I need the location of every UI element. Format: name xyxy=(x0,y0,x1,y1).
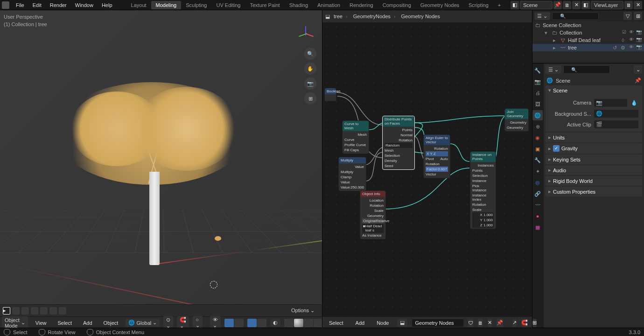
node-users-icon[interactable]: 🗎 xyxy=(478,319,483,327)
material-shading-icon[interactable] xyxy=(304,319,313,327)
tab-material-icon[interactable]: ● xyxy=(532,211,543,221)
eyedropper-icon[interactable]: 💧 xyxy=(630,98,638,107)
layer-browse-icon[interactable]: ◧ xyxy=(581,1,590,9)
pin-icon[interactable]: 📌 xyxy=(635,77,641,84)
outliner-scene-collection[interactable]: 🗀 Scene Collection xyxy=(532,21,644,29)
tab-add-workspace[interactable]: + xyxy=(493,1,505,9)
node-overlay-icon[interactable]: ⊞ xyxy=(532,319,537,327)
node-snap-icon[interactable]: 🧲 xyxy=(521,319,528,327)
object-menu[interactable]: Object xyxy=(100,319,122,327)
camera-view-icon[interactable]: 📷 xyxy=(304,77,316,90)
zoom-icon[interactable]: 🔍 xyxy=(304,48,316,60)
layer-delete-icon[interactable]: ✕ xyxy=(634,1,642,9)
perspective-toggle-icon[interactable]: ⊞ xyxy=(304,92,316,105)
gizmo-toggles[interactable] xyxy=(224,319,244,327)
tab-texture-icon[interactable]: ▦ xyxy=(532,222,543,232)
menu-help[interactable]: Help xyxy=(98,1,116,9)
panel-keying-sets[interactable]: ▸Keying Sets xyxy=(546,154,642,164)
scene-new-icon[interactable]: 🗎 xyxy=(563,1,571,9)
outliner-display-mode[interactable]: ☰ ⌄ xyxy=(534,12,550,20)
tab-compositing[interactable]: Compositing xyxy=(378,1,416,9)
panel-gravity[interactable]: ▸✓Gravity xyxy=(546,143,642,154)
3d-viewport[interactable]: User Perspective (1) Collection | tree 🔍… xyxy=(0,10,322,329)
geometry-node-editor[interactable]: ⬓ tree GeometryNodes Geometry Nodes xyxy=(322,10,532,329)
editor-type-icon[interactable]: ⬓ xyxy=(325,14,330,20)
chevron-right-icon[interactable]: ▸ xyxy=(551,44,558,51)
tab-layout[interactable]: Layout xyxy=(126,1,151,9)
camera-icon[interactable]: 📷 xyxy=(636,44,642,51)
tab-render-icon[interactable]: 📷 xyxy=(532,77,543,87)
panel-rigid-body[interactable]: ▸Rigid Body World xyxy=(546,176,642,186)
view-menu[interactable]: View xyxy=(32,319,50,327)
chevron-right-icon[interactable]: ▸ xyxy=(551,37,558,43)
camera-field[interactable]: 📷 xyxy=(594,99,627,107)
blender-logo-icon[interactable] xyxy=(2,1,9,9)
tab-collection-icon[interactable]: ◉ xyxy=(532,133,543,143)
outliner-new-collection-icon[interactable]: ⊞ xyxy=(634,12,642,20)
eye-icon[interactable]: 👁 xyxy=(628,37,635,43)
tab-modeling[interactable]: Modeling xyxy=(151,1,182,9)
tab-uv-editing[interactable]: UV Editing xyxy=(211,1,245,9)
props-search-input[interactable] xyxy=(563,65,610,74)
eye-icon[interactable]: 👁 xyxy=(628,44,635,51)
outliner-item-tree[interactable]: ▸ 〰 tree ↺ ⚙ 👁📷 xyxy=(532,44,644,51)
panel-custom-props[interactable]: ▸Custom Properties xyxy=(546,187,642,196)
menu-render[interactable]: Render xyxy=(46,1,70,9)
node-group-name-field[interactable]: Geometry Nodes xyxy=(412,319,463,327)
menu-file[interactable]: File xyxy=(12,1,28,9)
tab-object-icon[interactable]: ▣ xyxy=(532,144,543,154)
props-options-icon[interactable]: ⌄ xyxy=(634,65,642,74)
panel-audio[interactable]: ▸Audio xyxy=(546,165,642,175)
node-object-info[interactable]: Object Info Location Rotation Scale Geom… xyxy=(360,190,386,239)
node-add-menu[interactable]: Add xyxy=(352,319,369,327)
breadcrumb-object[interactable]: tree xyxy=(334,14,350,19)
tab-texture-paint[interactable]: Texture Paint xyxy=(245,1,284,9)
view-layer-field[interactable]: ViewLayer xyxy=(591,1,623,9)
menu-edit[interactable]: Edit xyxy=(29,1,45,9)
tab-scripting[interactable]: Scripting xyxy=(464,1,493,9)
tab-rendering[interactable]: Rendering xyxy=(345,1,378,9)
extra-select-icon-2[interactable] xyxy=(59,307,66,315)
outliner-search-input[interactable] xyxy=(552,12,599,20)
solid-shading-icon[interactable] xyxy=(294,319,303,327)
scene-browse-icon[interactable]: ◧ xyxy=(511,1,519,9)
props-display-icon[interactable]: ☰ ⌄ xyxy=(546,65,561,74)
node-select-menu[interactable]: Select xyxy=(325,319,347,327)
tab-tool-icon[interactable]: 🔧 xyxy=(532,65,543,76)
node-distribute-points[interactable]: Distribute Points on Faces Points Normal… xyxy=(382,116,415,170)
gravity-checkbox[interactable]: ✓ xyxy=(553,145,560,152)
tab-sculpting[interactable]: Sculpting xyxy=(181,1,211,9)
tab-particles-icon[interactable]: ✦ xyxy=(532,166,543,176)
scene-delete-icon[interactable]: ✕ xyxy=(572,1,581,9)
add-menu[interactable]: Add xyxy=(79,319,96,327)
camera-icon[interactable]: 📷 xyxy=(636,29,642,36)
face-select-icon[interactable] xyxy=(40,307,48,315)
node-parent-icon[interactable]: ↗ xyxy=(512,319,517,327)
viewport-canvas[interactable]: User Perspective (1) Collection | tree 🔍… xyxy=(0,10,322,315)
outliner-filter-icon[interactable]: ▽ xyxy=(623,12,632,20)
menu-window[interactable]: Window xyxy=(71,1,97,9)
eye-icon[interactable]: 👁 xyxy=(628,29,635,36)
background-scene-field[interactable]: 🌐 xyxy=(594,110,638,118)
node-group-browse-icon[interactable]: ⬓ xyxy=(397,319,407,327)
scene-pin-icon[interactable]: 📌 xyxy=(553,1,562,9)
camera-icon[interactable]: 📷 xyxy=(636,37,642,43)
node-join-geometry[interactable]: Join Geometry Geometry Geometry xyxy=(504,108,529,132)
navigation-gizmo[interactable] xyxy=(296,24,315,43)
tab-output-icon[interactable]: 🖨 xyxy=(532,88,543,98)
select-menu[interactable]: Select xyxy=(54,319,76,327)
options-dropdown[interactable]: Options ⌄ xyxy=(288,307,317,315)
tab-world-icon[interactable]: ⊕ xyxy=(532,121,543,132)
pan-icon[interactable]: ✋ xyxy=(304,63,316,75)
node-boolean[interactable]: Boolean xyxy=(324,88,336,101)
edge-select-icon[interactable] xyxy=(31,307,38,315)
tab-constraints-icon[interactable]: 🔗 xyxy=(532,189,543,199)
node-multiply[interactable]: Multiply Value Multiply Clamp Value Valu… xyxy=(338,157,366,191)
outliner[interactable]: ☰ ⌄ ▽ ⊞ 🗀 Scene Collection ▾ 🗀 Collectio… xyxy=(532,10,644,63)
play-icon[interactable]: ▸ xyxy=(3,307,10,315)
breadcrumb-nodegroup[interactable]: Geometry Nodes xyxy=(401,14,444,19)
node-menu[interactable]: Node xyxy=(373,319,392,327)
select-box-icon[interactable] xyxy=(12,307,20,315)
checkbox-icon[interactable]: ☑ xyxy=(621,29,627,36)
node-canvas[interactable]: Boolean Curve to Mesh Mesh Curve Profile… xyxy=(322,22,532,316)
